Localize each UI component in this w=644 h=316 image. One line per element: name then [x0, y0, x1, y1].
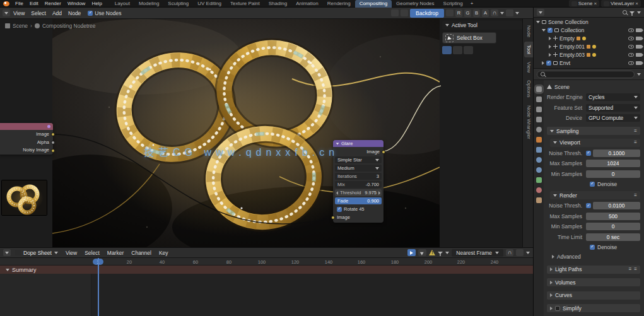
glare-image-input-socket[interactable] — [331, 216, 335, 219]
properties-tab-modifiers-icon[interactable] — [536, 147, 542, 153]
time-limit-field[interactable]: 0 sec — [586, 233, 640, 241]
denoise-checkbox[interactable] — [590, 182, 595, 187]
glare-rotate45-checkbox[interactable]: Rotate 45 — [333, 206, 383, 213]
menu-key[interactable]: Key — [156, 250, 172, 256]
viewport-noise-threshold-field[interactable]: 0.1000 — [593, 149, 640, 157]
overlap-option-icon[interactable] — [453, 46, 462, 54]
properties-tab-viewlayer-icon[interactable] — [536, 107, 542, 112]
timeline-ruler[interactable]: 1 20 40 60 80 100 120 140 160 180 200 22… — [0, 258, 533, 266]
menu-select[interactable]: Select — [28, 10, 49, 16]
hide-channels-toggle-icon[interactable] — [418, 249, 426, 256]
image-output-socket[interactable] — [51, 132, 55, 136]
options-icon[interactable]: ≡ — [634, 267, 637, 272]
hide-eye-icon[interactable] — [628, 61, 634, 65]
menu-select[interactable]: Select — [81, 250, 103, 256]
filter-dropdown-icon[interactable] — [445, 252, 449, 254]
glare-node[interactable]: Glare Image Simple Star Medium Iteration… — [333, 140, 383, 223]
sidebar-tab-node-wrangler[interactable]: Node Wrangler — [524, 102, 533, 143]
simplify-section-header[interactable]: Simplify — [547, 304, 640, 312]
dope-sheet-mode-dropdown[interactable]: Dope Sheet — [12, 249, 61, 257]
properties-tab-material-icon[interactable] — [536, 187, 542, 193]
channel-a-toggle[interactable]: A — [482, 9, 489, 17]
sidebar-tab-options[interactable]: Options — [524, 77, 533, 101]
feature-set-dropdown[interactable]: Supported — [586, 104, 640, 112]
glare-quality-dropdown[interactable]: Medium — [335, 165, 382, 172]
outliner-row-envt[interactable]: Envt — [534, 59, 644, 67]
render-engine-dropdown[interactable]: Cycles — [586, 93, 640, 101]
select-box-tool[interactable]: Select Box — [442, 32, 496, 44]
render-visibility-icon[interactable] — [636, 28, 641, 32]
render-layers-node-header[interactable] — [0, 123, 53, 130]
render-visibility-icon[interactable] — [636, 61, 641, 65]
filter-dropdown-icon[interactable] — [637, 73, 641, 76]
menu-help[interactable]: Help — [88, 1, 105, 6]
menu-window[interactable]: Window — [64, 1, 88, 6]
glare-image-output-socket[interactable] — [382, 150, 385, 154]
render-min-samples-field[interactable]: 0 — [586, 223, 640, 230]
menu-channel[interactable]: Channel — [128, 250, 155, 256]
menu-view[interactable]: View — [10, 10, 28, 16]
noise-threshold-checkbox[interactable] — [586, 151, 591, 156]
properties-tab-scene-icon[interactable] — [536, 117, 542, 122]
grid-option-icon[interactable] — [442, 46, 452, 54]
outliner-row-collection[interactable]: Collection — [534, 26, 644, 34]
snapping-magnet-icon[interactable]: ∩ — [491, 9, 498, 16]
add-workspace-button[interactable]: + — [467, 0, 477, 8]
snapping-dropdown-icon[interactable] — [500, 12, 504, 15]
channel-r-toggle[interactable]: R — [455, 9, 462, 17]
expand-icon[interactable] — [542, 61, 544, 65]
tab-modeling[interactable]: Modeling — [134, 0, 163, 8]
editor-type-dropdown[interactable] — [3, 249, 11, 256]
snapping-magnet-icon[interactable]: ∩ — [506, 249, 513, 256]
viewport-subsection-header[interactable]: Viewport ≡ — [550, 139, 640, 147]
viewlayer-unlink-icon[interactable] — [635, 1, 638, 6]
tab-sculpting[interactable]: Sculpting — [163, 0, 193, 8]
tab-geometry-nodes[interactable]: Geometry Nodes — [392, 0, 438, 8]
hide-eye-icon[interactable] — [628, 37, 634, 40]
outliner-row-scene-collection[interactable]: Scene Collection — [534, 18, 644, 26]
glare-fade-field[interactable]: Fade 0.900 — [335, 197, 382, 204]
outliner-row-empty-003[interactable]: Empty.003 — [534, 50, 644, 59]
glare-node-header[interactable]: Glare — [333, 140, 383, 147]
properties-tab-texture-icon[interactable] — [536, 197, 542, 203]
simplify-checkbox[interactable] — [555, 306, 560, 311]
snap-mode-dropdown[interactable]: Nearest Frame — [452, 249, 503, 257]
summary-channel-row[interactable]: Summary — [0, 266, 533, 274]
properties-tab-particles-icon[interactable] — [536, 157, 542, 163]
viewport-min-samples-field[interactable]: 0 — [586, 170, 640, 178]
mode-option-icon[interactable] — [464, 46, 473, 54]
noise-threshold-checkbox[interactable] — [586, 203, 591, 208]
use-nodes-checkbox[interactable]: Use Nodes — [88, 10, 121, 16]
volumes-section-header[interactable]: Volumes — [547, 278, 640, 286]
expand-icon[interactable] — [6, 269, 9, 271]
tab-layout[interactable]: Layout — [110, 0, 134, 8]
render-subsection-header[interactable]: Render ≡ — [550, 191, 640, 199]
options-icon[interactable]: ≡ — [634, 140, 637, 145]
blender-menu-icon[interactable] — [3, 1, 9, 6]
options-icon[interactable]: ≡ — [634, 193, 637, 198]
menu-view[interactable]: View — [62, 250, 80, 256]
curves-section-header[interactable]: Curves — [547, 291, 640, 300]
sampling-section-header[interactable]: Sampling ≡ — [547, 127, 640, 135]
sidebar-tab-node[interactable]: Node — [524, 22, 533, 40]
properties-search-input[interactable] — [537, 71, 635, 78]
channel-b-toggle[interactable]: B — [473, 9, 480, 17]
menu-edit[interactable]: Edit — [26, 1, 42, 6]
properties-tab-object-icon[interactable] — [536, 137, 542, 143]
collection-checkbox[interactable] — [546, 61, 551, 66]
decrement-arrow-icon[interactable] — [336, 191, 338, 195]
properties-tab-world-icon[interactable] — [536, 127, 542, 132]
properties-tab-object-data-icon[interactable] — [536, 177, 542, 183]
filter-funnel-icon[interactable] — [438, 252, 443, 254]
light-paths-section-header[interactable]: Light Paths ≡ ≡ — [547, 266, 640, 274]
denoise-checkbox[interactable] — [590, 245, 595, 250]
noisy-image-output-socket[interactable] — [51, 149, 55, 153]
menu-file[interactable]: File — [12, 1, 26, 6]
sidebar-tab-view[interactable]: View — [524, 59, 533, 76]
pin-icon[interactable] — [391, 9, 399, 16]
glare-iterations-field[interactable]: Iterations 3 — [335, 173, 382, 180]
scene-unlink-icon[interactable] — [594, 1, 597, 6]
menu-marker[interactable]: Marker — [104, 250, 127, 256]
menu-node[interactable]: Node — [65, 10, 84, 16]
playhead-line[interactable] — [98, 258, 99, 316]
